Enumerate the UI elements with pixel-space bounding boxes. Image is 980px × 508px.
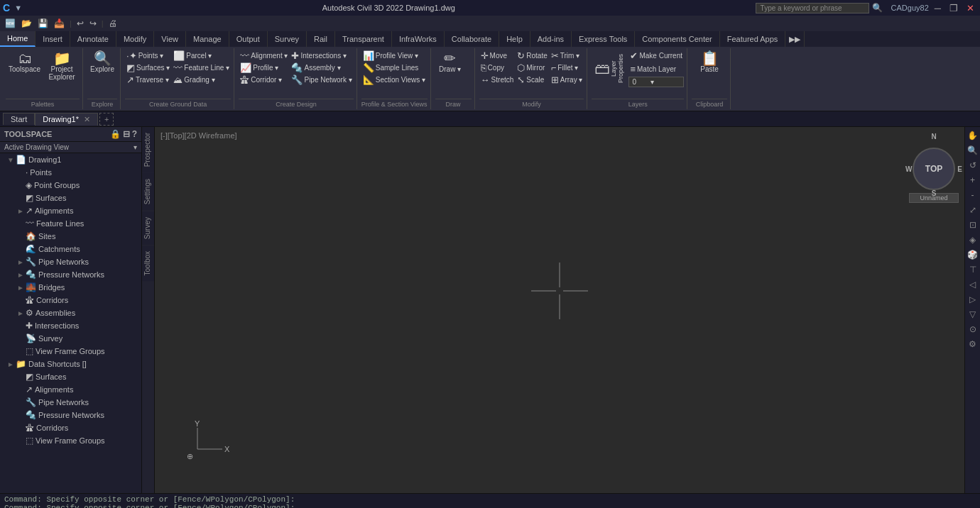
tree-item-pressurenetworks2[interactable]: 🔩Pressure Networks — [0, 409, 141, 421]
profile-dropdown[interactable]: 📈 Profile ▾ — [239, 62, 289, 74]
tree-item-pipenetworks2[interactable]: 🔧Pipe Networks — [0, 396, 141, 409]
tree-item-survey[interactable]: 📡Survey — [0, 332, 141, 345]
side-tab-survey[interactable]: Survey — [142, 211, 154, 245]
tree-item-viewframegroups2[interactable]: ⬚View Frame Groups — [0, 434, 141, 447]
samplelines-button[interactable]: 📏 Sample Lines — [361, 62, 427, 74]
toolspace-button[interactable]: 🗂 Toolspace — [6, 50, 43, 74]
tree-item-alignments[interactable]: ►↗Alignments — [0, 204, 141, 217]
rt-zoomout-button[interactable]: - — [966, 188, 980, 202]
tab-help[interactable]: Help — [499, 31, 530, 47]
tab-annotate[interactable]: Annotate — [70, 31, 116, 47]
parcel-dropdown[interactable]: ⬜ Parcel ▾ — [172, 50, 231, 62]
tree-item-drawing1[interactable]: ▼📄Drawing1 — [0, 153, 141, 166]
alignment-dropdown[interactable]: 〰 Alignment ▾ — [239, 50, 289, 62]
rt-zoomin-button[interactable]: + — [966, 173, 980, 187]
minimize-button[interactable]: ─ — [932, 3, 944, 13]
tab-collaborate[interactable]: Collaborate — [445, 31, 499, 47]
move-button[interactable]: ✛ Move — [479, 50, 516, 62]
qa-plot-button[interactable]: 🖨 — [107, 18, 119, 29]
rt-pan-button[interactable]: ✋ — [966, 128, 980, 143]
tree-item-pressurenetworks[interactable]: ►🔩Pressure Networks — [0, 268, 141, 281]
copy-button[interactable]: ⎘ Copy — [479, 62, 516, 74]
restore-button[interactable]: ❐ — [947, 3, 961, 13]
points-dropdown[interactable]: ·✦ Points ▾ — [125, 50, 171, 62]
project-explorer-button[interactable]: 📁 ProjectExplorer — [44, 50, 80, 82]
rt-view3d-button[interactable]: 🎲 — [966, 248, 980, 262]
tab-addins[interactable]: Add-ins — [530, 31, 572, 47]
rt-viewright-button[interactable]: ▷ — [966, 292, 980, 307]
assembly-dropdown[interactable]: 🔩 Assembly ▾ — [290, 62, 353, 74]
tab-modify[interactable]: Modify — [116, 31, 154, 47]
rt-viewtop-button[interactable]: ⊤ — [966, 263, 980, 277]
trim-dropdown[interactable]: ✂ Trim ▾ — [550, 50, 584, 62]
scale-button[interactable]: ⤡ Scale — [516, 74, 548, 86]
tree-item-alignments2[interactable]: ↗Alignments — [0, 383, 141, 396]
fillet-dropdown[interactable]: ⌐ Fillet ▾ — [550, 62, 584, 74]
tree-item-pipenetworks[interactable]: ►🔧Pipe Networks — [0, 255, 141, 268]
rt-zoomselection-button[interactable]: ◈ — [966, 233, 980, 247]
draw-button[interactable]: ✏ Draw ▾ — [435, 50, 465, 74]
rt-viewleft-button[interactable]: ◁ — [966, 277, 980, 292]
profileview-dropdown[interactable]: 📊 Profile View ▾ — [361, 50, 427, 62]
surfaces-dropdown[interactable]: ◩ Surfaces ▾ — [125, 62, 171, 74]
tab-view[interactable]: View — [154, 31, 186, 47]
side-tab-settings[interactable]: Settings — [142, 173, 154, 210]
tree-item-sites[interactable]: 🏠Sites — [0, 230, 141, 243]
tree-item-datashortcuts[interactable]: ►📁Data Shortcuts [] — [0, 358, 141, 370]
intersections-dropdown[interactable]: ✚ Intersections ▾ — [290, 50, 353, 62]
drawing1-tab[interactable]: Drawing1* ✕ — [35, 113, 98, 126]
toolspace-icon-1[interactable]: 🔒 — [110, 129, 121, 139]
toolspace-icon-2[interactable]: ⊟ — [123, 129, 130, 139]
qa-save-button[interactable]: 💾 — [36, 18, 50, 29]
tree-item-pointgroups[interactable]: ◈Point Groups — [0, 179, 141, 192]
qa-saveas-button[interactable]: 📥 — [52, 18, 67, 29]
pipenetwork-dropdown[interactable]: 🔧 Pipe Network ▾ — [290, 74, 353, 86]
tree-item-points[interactable]: ·Points — [0, 166, 141, 179]
match-layer-button[interactable]: ≡ Match Layer — [628, 63, 684, 75]
tree-container[interactable]: ▼📄Drawing1·Points◈Point Groups◩Surfaces►… — [0, 153, 141, 493]
new-tab-button[interactable]: + — [99, 113, 114, 126]
rt-navsphere-button[interactable]: ⊙ — [966, 322, 980, 336]
tab-more[interactable]: ▶▶ — [785, 31, 805, 47]
tab-output[interactable]: Output — [229, 31, 268, 47]
tab-insert[interactable]: Insert — [36, 31, 70, 47]
start-tab[interactable]: Start — [3, 113, 35, 125]
side-tab-prospector[interactable]: Prospector — [142, 127, 154, 172]
sectionviews-dropdown[interactable]: 📐 Section Views ▾ — [361, 74, 427, 86]
tab-home[interactable]: Home — [0, 31, 36, 47]
tab-components[interactable]: Components Center — [635, 31, 719, 47]
tree-item-catchments[interactable]: 🌊Catchments — [0, 243, 141, 255]
close-tab-icon[interactable]: ✕ — [84, 115, 90, 123]
make-current-button[interactable]: ✔ Make Current — [628, 50, 684, 62]
tab-express[interactable]: Express Tools — [572, 31, 635, 47]
tab-rail[interactable]: Rail — [307, 31, 335, 47]
explore-button[interactable]: 🔍 Explore — [87, 50, 117, 74]
rt-zoom-button[interactable]: 🔍 — [966, 143, 980, 158]
rt-zoomextents-button[interactable]: ⤢ — [966, 203, 980, 217]
toolspace-help-icon[interactable]: ? — [132, 129, 137, 139]
grading-dropdown[interactable]: ⛰ Grading ▾ — [172, 74, 231, 86]
stretch-button[interactable]: ↔ Stretch — [479, 74, 516, 86]
qa-new-button[interactable]: 🆕 — [3, 18, 18, 29]
active-view-dropdown[interactable]: ▾ — [134, 143, 137, 151]
tree-item-corridors2[interactable]: 🛣Corridors — [0, 421, 141, 434]
paste-button[interactable]: 📋 Paste — [692, 50, 727, 74]
tree-item-surfaces[interactable]: ◩Surfaces — [0, 192, 141, 204]
rt-viewfront-button[interactable]: ▽ — [966, 307, 980, 321]
rt-zoomwindow-button[interactable]: ⊡ — [966, 218, 980, 232]
search-box[interactable]: Type a keyword or phrase — [756, 3, 869, 13]
tree-item-bridges[interactable]: ►🌉Bridges — [0, 281, 141, 294]
tab-manage[interactable]: Manage — [186, 31, 229, 47]
layer-dropdown[interactable]: 0 ▾ — [628, 77, 684, 87]
qa-open-button[interactable]: 📂 — [19, 18, 34, 29]
tree-item-assemblies[interactable]: ►⚙Assemblies — [0, 307, 141, 319]
tab-featured[interactable]: Featured Apps — [720, 31, 786, 47]
tab-transparent[interactable]: Transparent — [335, 31, 392, 47]
tree-item-intersections[interactable]: ✚Intersections — [0, 319, 141, 332]
rt-orbit-button[interactable]: ↺ — [966, 158, 980, 172]
rotate-button[interactable]: ↻ Rotate — [516, 50, 548, 62]
qa-undo-button[interactable]: ↩ — [75, 18, 86, 29]
rt-settings-button[interactable]: ⚙ — [966, 337, 980, 351]
featureline-dropdown[interactable]: 〰 Feature Line ▾ — [172, 62, 231, 74]
close-button[interactable]: ✕ — [964, 3, 977, 13]
